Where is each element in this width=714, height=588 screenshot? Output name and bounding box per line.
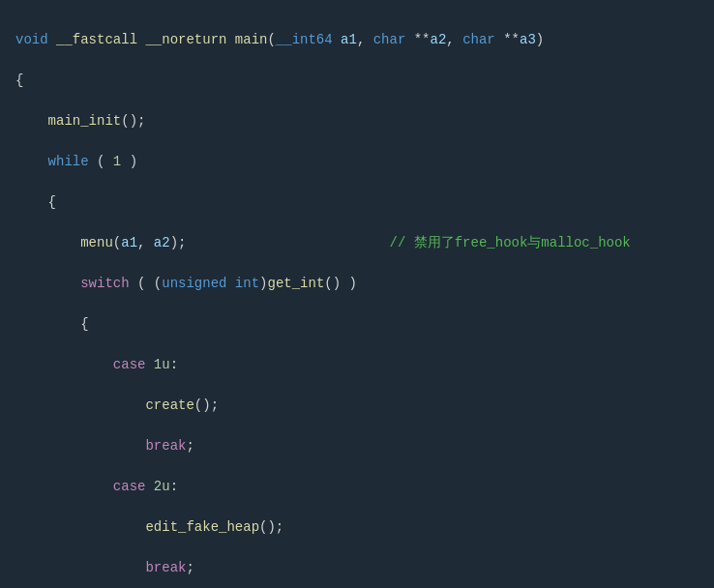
- line-7: switch ( (unsigned int)get_int() ): [15, 274, 699, 294]
- line-2: {: [15, 71, 699, 91]
- line-8: {: [15, 314, 699, 335]
- line-3: main_init();: [15, 111, 699, 132]
- line-9: case 1u:: [15, 355, 699, 375]
- line-1: void __fastcall __noreturn main(__int64 …: [15, 30, 699, 50]
- line-10: create();: [15, 396, 699, 416]
- line-11: break;: [15, 436, 699, 456]
- line-4: while ( 1 ): [15, 152, 699, 172]
- line-14: break;: [15, 558, 699, 578]
- line-12: case 2u:: [15, 477, 699, 497]
- line-5: {: [15, 192, 699, 213]
- line-13: edit_fake_heap();: [15, 517, 699, 538]
- code-container: void __fastcall __noreturn main(__int64 …: [15, 10, 699, 588]
- line-6: menu(a1, a2); // 禁用了free_hook与malloc_hoo…: [15, 233, 699, 253]
